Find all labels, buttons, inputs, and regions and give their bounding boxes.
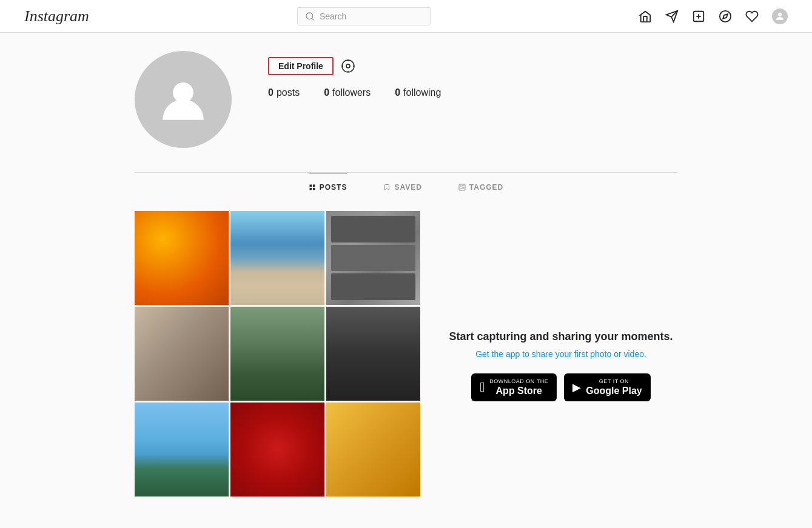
- svg-point-18: [460, 185, 461, 187]
- googleplay-large-text: Google Play: [586, 385, 642, 396]
- photo-cell-1[interactable]: [135, 211, 229, 305]
- photo-cell-6[interactable]: [326, 307, 420, 401]
- tab-posts-label: POSTS: [320, 183, 347, 192]
- photo-cell-4[interactable]: [135, 307, 229, 401]
- svg-line-1: [312, 18, 314, 20]
- apple-icon: : [480, 379, 485, 395]
- googleplay-text: GET IT ON Google Play: [586, 378, 642, 396]
- posts-stat: 0 posts: [268, 87, 300, 98]
- appstore-large-text: App Store: [489, 385, 548, 396]
- main-content: Edit Profile 0 posts 0 followers: [122, 33, 690, 496]
- header: Instagram: [0, 0, 812, 33]
- posts-count: 0: [268, 87, 273, 98]
- following-label: following: [403, 87, 441, 98]
- instagram-logo[interactable]: Instagram: [24, 7, 89, 25]
- svg-rect-13: [309, 185, 312, 187]
- following-count: 0: [395, 87, 400, 98]
- explore-icon[interactable]: [719, 10, 732, 23]
- home-icon[interactable]: [639, 10, 652, 23]
- tag-icon: [458, 184, 466, 191]
- svg-marker-8: [723, 14, 728, 19]
- search-bar: [297, 7, 431, 25]
- profile-stats: 0 posts 0 followers 0 following: [268, 87, 677, 98]
- appstore-small-text: Download on the: [489, 378, 548, 385]
- appstore-badge[interactable]:  Download on the App Store: [471, 373, 557, 401]
- promo-title: Start capturing and sharing your moments…: [449, 330, 673, 343]
- googleplay-icon: ▶: [572, 381, 581, 394]
- svg-point-0: [306, 13, 313, 19]
- app-promo: Start capturing and sharing your moments…: [445, 211, 677, 496]
- photo-cell-3[interactable]: [326, 211, 420, 305]
- followers-stat[interactable]: 0 followers: [324, 87, 371, 98]
- search-input[interactable]: [320, 12, 423, 21]
- svg-rect-14: [313, 185, 315, 187]
- header-icons: [639, 8, 788, 24]
- photo-cell-7[interactable]: [135, 403, 229, 496]
- profile-header: Edit Profile 0 posts 0 followers: [135, 51, 677, 148]
- bookmark-icon: [383, 184, 391, 191]
- photo-grid: [135, 211, 420, 496]
- send-icon[interactable]: [665, 10, 679, 23]
- promo-subtitle: Get the app to share your first photo or…: [475, 349, 646, 359]
- svg-point-12: [346, 64, 350, 68]
- following-stat[interactable]: 0 following: [395, 87, 441, 98]
- profile-actions: Edit Profile: [268, 57, 677, 75]
- photo-cell-8[interactable]: [230, 403, 324, 496]
- tab-tagged-label: TAGGED: [469, 183, 503, 192]
- edit-profile-button[interactable]: Edit Profile: [268, 57, 334, 75]
- posts-label: posts: [277, 87, 300, 98]
- photo-cell-5[interactable]: [230, 307, 324, 401]
- googleplay-badge[interactable]: ▶ GET IT ON Google Play: [564, 373, 650, 401]
- googleplay-small-text: GET IT ON: [586, 378, 642, 385]
- svg-point-11: [342, 60, 354, 72]
- avatar[interactable]: [772, 8, 788, 24]
- tab-tagged[interactable]: TAGGED: [458, 173, 503, 199]
- search-icon: [305, 12, 315, 21]
- settings-button[interactable]: [341, 59, 355, 73]
- tab-posts[interactable]: POSTS: [309, 173, 347, 199]
- appstore-text: Download on the App Store: [489, 378, 548, 396]
- profile-tabs: POSTS SAVED TAGGED: [135, 173, 677, 199]
- heart-icon[interactable]: [745, 10, 759, 23]
- grid-icon: [309, 184, 316, 191]
- profile-avatar: [135, 51, 232, 148]
- svg-rect-15: [309, 188, 312, 190]
- tab-saved-label: SAVED: [394, 183, 421, 192]
- svg-rect-16: [313, 188, 315, 190]
- add-icon[interactable]: [692, 10, 705, 23]
- profile-info: Edit Profile 0 posts 0 followers: [268, 51, 677, 108]
- svg-point-7: [720, 10, 731, 21]
- svg-point-9: [778, 13, 782, 16]
- tab-saved[interactable]: SAVED: [383, 173, 421, 199]
- photo-cell-2[interactable]: [230, 211, 324, 305]
- photo-cell-9[interactable]: [326, 403, 420, 496]
- followers-count: 0: [324, 87, 329, 98]
- followers-label: followers: [332, 87, 371, 98]
- app-badges:  Download on the App Store ▶ GET IT ON …: [471, 373, 650, 401]
- content-area: Start capturing and sharing your moments…: [135, 211, 677, 496]
